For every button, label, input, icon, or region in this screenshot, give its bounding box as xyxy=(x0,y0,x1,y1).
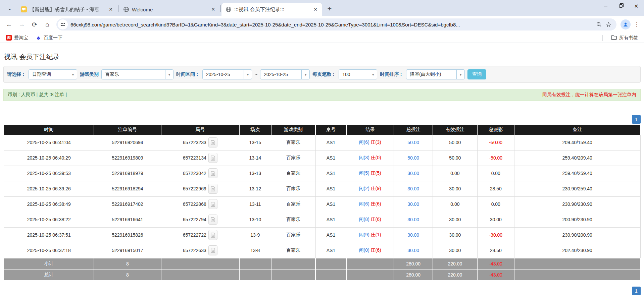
round-number: 657222868 xyxy=(183,201,206,207)
column-header: 备注 xyxy=(514,125,640,135)
tab-close-icon[interactable]: ✕ xyxy=(210,6,216,13)
table-body: 2025-10-25 06:41:04 522916920694 6572232… xyxy=(4,135,640,280)
date-end-select[interactable]: 2025-10-25 ▼ xyxy=(260,69,310,79)
browser-tab[interactable]: 【新提醒】杨雪儿的帖子 - 海燕 ✕ xyxy=(17,3,117,16)
bookmarks-bar: 淘爱淘宝♣百度一下 所有书签 xyxy=(0,33,644,43)
cell-total-bet: 30.00 xyxy=(394,166,433,181)
per-page-select[interactable]: 100 ▼ xyxy=(339,69,377,79)
reload-button[interactable]: ⟳ xyxy=(29,19,40,30)
back-button[interactable]: ← xyxy=(3,19,15,30)
column-header: 有效投注 xyxy=(433,125,478,135)
cell-table: AS1 xyxy=(315,196,346,212)
cell-valid-bet: 30.00 xyxy=(433,243,478,258)
window-controls: ✕ xyxy=(598,0,644,12)
chevron-down-icon: ▼ xyxy=(165,70,173,79)
site-info-icon[interactable] xyxy=(58,19,68,29)
footer-payout: -43.00 xyxy=(477,269,514,280)
home-button[interactable]: ⌂ xyxy=(42,19,53,30)
cell-round: 657223042 xyxy=(161,166,239,181)
tab-title: :::视讯 会员下注纪录::: xyxy=(234,6,309,13)
tab-close-icon[interactable]: ✕ xyxy=(312,6,319,13)
browser-menu-icon[interactable]: ⋮ xyxy=(633,19,641,29)
video-replay-button[interactable] xyxy=(208,137,217,147)
round-number: 657222633 xyxy=(183,248,206,253)
query-type-select[interactable]: 日期查询 ▼ xyxy=(29,69,77,79)
result-player: 闲(3) xyxy=(359,155,369,160)
search-button[interactable]: 查询 xyxy=(467,69,486,79)
result-banker: 庄(5) xyxy=(371,170,381,176)
forward-button[interactable]: → xyxy=(16,19,28,30)
film-icon xyxy=(211,186,215,191)
cell-total-bet: 30.00 xyxy=(394,227,433,243)
result-banker: 庄(6) xyxy=(371,247,381,253)
all-bookmarks-button[interactable]: 所有书签 xyxy=(608,34,641,42)
minimize-button[interactable] xyxy=(598,0,613,12)
cell-payout: 0.00 xyxy=(477,166,514,181)
select-label: 请选择： xyxy=(7,71,26,77)
cell-round: 657222722 xyxy=(161,227,239,243)
video-replay-button[interactable] xyxy=(208,199,217,209)
cell-table: AS1 xyxy=(315,227,346,243)
bookmark-star-icon[interactable] xyxy=(604,20,613,29)
game-type-select[interactable]: 百家乐 ▼ xyxy=(101,69,174,79)
table-footer-row: 小计 8 280.00 220.00 -43.00 xyxy=(4,258,640,269)
video-replay-button[interactable] xyxy=(208,245,217,255)
close-window-button[interactable]: ✕ xyxy=(629,0,644,12)
film-icon xyxy=(211,156,215,161)
address-bar[interactable]: 66cxkj98.com/game/betrecord_search/kind3… xyxy=(56,18,616,31)
tab-close-icon[interactable]: ✕ xyxy=(107,6,114,13)
cell-valid-bet: 30.00 xyxy=(433,212,478,227)
baidu-paw-icon: ♣ xyxy=(36,35,41,41)
tilde-separator: ~ xyxy=(255,72,257,77)
cell-round: 657222794 xyxy=(161,212,239,227)
cell-round: 657222868 xyxy=(161,196,239,212)
page-number-button[interactable]: 1 xyxy=(632,115,641,124)
chevron-down-icon: ▼ xyxy=(301,70,309,79)
date-end-value: 2025-10-25 xyxy=(260,72,301,77)
bookmark-item[interactable]: ♣百度一下 xyxy=(33,34,65,42)
cell-payout: 0.00 xyxy=(477,196,514,212)
sort-select[interactable]: 降幂(由大到小) ▼ xyxy=(406,69,465,79)
cell-total-bet: 50.00 xyxy=(394,150,433,166)
cell-note: 230.90/230.90 xyxy=(514,196,640,212)
video-replay-button[interactable] xyxy=(208,215,217,225)
video-replay-button[interactable] xyxy=(208,184,217,194)
video-replay-button[interactable] xyxy=(208,230,217,240)
result-player: 闲(6) xyxy=(359,139,369,145)
browser-tab[interactable]: :::视讯 会员下注纪录::: ✕ xyxy=(221,3,322,16)
cell-valid-bet: 30.00 xyxy=(433,181,478,196)
url-text[interactable]: 66cxkj98.com/game/betrecord_search/kind3… xyxy=(70,22,594,27)
footer-label: 小计 xyxy=(4,258,94,269)
profile-avatar[interactable] xyxy=(621,19,631,29)
bookmark-item[interactable]: 淘爱淘宝 xyxy=(3,34,31,42)
zoom-icon[interactable] xyxy=(594,20,604,29)
date-start-select[interactable]: 2025-10-25 ▼ xyxy=(202,69,252,79)
video-replay-button[interactable] xyxy=(208,153,217,163)
tab-strip-tabs: 【新提醒】杨雪儿的帖子 - 海燕 ✕ Welcome ✕ :::视讯 会员下注纪… xyxy=(17,3,322,16)
column-header: 桌号 xyxy=(315,125,346,135)
column-header: 结果 xyxy=(346,125,394,135)
tab-search-chevron-icon[interactable]: ⌄ xyxy=(4,2,15,14)
round-number: 657223134 xyxy=(183,155,206,161)
cell-session: 13-15 xyxy=(239,135,271,150)
page-number-button[interactable]: 1 xyxy=(632,287,641,295)
taobao-icon: 淘 xyxy=(6,35,12,41)
film-icon xyxy=(211,171,215,176)
cell-result: 闲(8) 庄(6) xyxy=(346,212,394,227)
cell-payout: 28.50 xyxy=(477,181,514,196)
round-number: 657222969 xyxy=(183,186,206,191)
cell-session: 13-8 xyxy=(239,243,271,258)
table-row: 2025-10-25 06:37:51 522916915826 6572227… xyxy=(4,227,640,243)
cell-time: 2025-10-25 06:40:29 xyxy=(4,150,94,166)
cell-total-bet: 30.00 xyxy=(394,196,433,212)
cell-result: 闲(5) 庄(5) xyxy=(346,166,394,181)
restore-button[interactable] xyxy=(613,0,629,12)
tab-favicon-icon xyxy=(226,6,232,12)
cell-bet-id: 522916916641 xyxy=(94,212,161,227)
cell-result: 闲(9) 庄(1) xyxy=(346,227,394,243)
cell-game: 百家乐 xyxy=(271,243,316,258)
new-tab-button[interactable]: + xyxy=(325,4,334,13)
browser-tab[interactable]: Welcome ✕ xyxy=(119,3,220,16)
result-banker: 庄(6) xyxy=(371,217,381,222)
video-replay-button[interactable] xyxy=(208,168,217,178)
